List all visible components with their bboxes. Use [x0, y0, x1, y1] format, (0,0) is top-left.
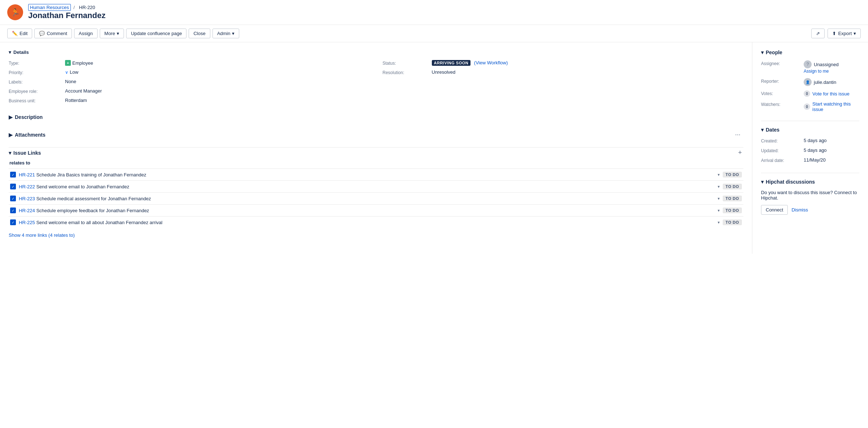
details-chevron-icon: ▾: [9, 50, 11, 55]
issue-link-row: ✓ HR-223 Schedule medical assessment for…: [9, 192, 743, 204]
issue-status-hr222: TO DO: [723, 184, 742, 189]
type-value: + Employee: [65, 60, 377, 66]
attachments-header[interactable]: ▶ Attachments: [9, 130, 46, 140]
show-more-link[interactable]: Show 4 more links (4 relates to): [9, 232, 75, 238]
issue-link-row: ✓ HR-225 Send welcome email to all about…: [9, 216, 743, 228]
issue-links-header: ▾ Issue Links +: [9, 149, 743, 157]
updated-value: 5 days ago: [804, 147, 859, 153]
comment-button[interactable]: 💬 Comment: [34, 29, 72, 38]
toolbar-right: ⇗ ⬆ Export ▾: [811, 29, 861, 38]
breadcrumb: Human Resources / HR-220: [28, 5, 106, 10]
comment-icon: 💬: [39, 31, 45, 36]
hipchat-connect-button[interactable]: Connect: [761, 205, 788, 215]
relates-to-label: relates to: [9, 160, 743, 166]
issue-link-hr221[interactable]: HR-221: [19, 172, 35, 177]
details-section: ▾ Details Type: + Employee Status: ARRIV…: [9, 50, 743, 103]
issue-link-hr224[interactable]: HR-224: [19, 208, 35, 213]
priority-label: Priority:: [9, 69, 59, 75]
close-button[interactable]: Close: [189, 29, 210, 38]
details-grid: Type: + Employee Status: ARRIVING SOON (…: [9, 60, 743, 103]
reporter-avatar: 👤: [804, 78, 812, 86]
issue-dropdown-chevron-hr224[interactable]: ▾: [718, 208, 720, 213]
main-layout: ▾ Details Type: + Employee Status: ARRIV…: [0, 42, 868, 254]
more-button[interactable]: More ▾: [100, 29, 124, 38]
toolbar: ✏️ Edit 💬 Comment Assign More ▾ Update c…: [0, 25, 868, 42]
issue-link-row: ✓ HR-221 Schedule Jira Basics training o…: [9, 168, 743, 180]
assignee-value: ? Unassigned Assign to me: [804, 60, 859, 74]
description-section: ▶ Description: [9, 112, 743, 122]
status-badge: ARRIVING SOON: [432, 60, 471, 66]
details-title: Details: [13, 50, 29, 55]
assign-to-me-link[interactable]: Assign to me: [804, 69, 829, 74]
issue-dropdown-chevron-hr222[interactable]: ▾: [718, 184, 720, 189]
issue-links-title[interactable]: ▾ Issue Links: [9, 150, 41, 156]
assignee-label: Assignee:: [761, 60, 801, 66]
hipchat-section-header[interactable]: ▾ Hipchat discussions: [761, 179, 859, 185]
attachments-row: ▶ Attachments ···: [9, 129, 743, 140]
assign-button[interactable]: Assign: [74, 29, 98, 38]
export-chevron-icon: ▾: [854, 31, 856, 36]
export-icon: ⬆: [832, 31, 836, 36]
admin-chevron-icon: ▾: [232, 31, 235, 36]
issue-checkbox-hr221: ✓: [10, 172, 16, 177]
export-button[interactable]: ⬆ Export ▾: [828, 29, 861, 38]
issue-checkbox-hr224: ✓: [10, 207, 16, 213]
hipchat-dismiss-button[interactable]: Dismiss: [791, 205, 808, 215]
edit-button[interactable]: ✏️ Edit: [7, 29, 32, 38]
people-section-header[interactable]: ▾ People: [761, 50, 859, 55]
labels-label: Labels:: [9, 79, 59, 85]
issue-link-row: ✓ HR-224 Schedule employee feedback for …: [9, 204, 743, 216]
issue-status-hr221: TO DO: [723, 172, 742, 177]
reporter-value: 👤 julie.dantin: [804, 78, 859, 86]
resolution-value: Unresolved: [432, 69, 744, 75]
breadcrumb-separator: /: [73, 5, 75, 10]
issue-id: HR-220: [79, 5, 95, 10]
view-workflow-link[interactable]: (View Workflow): [474, 60, 508, 65]
dates-section: ▾ Dates Created: 5 days ago Updated: 5 d…: [761, 127, 859, 164]
add-link-button[interactable]: +: [736, 149, 743, 157]
attachments-more-icon[interactable]: ···: [732, 129, 743, 140]
dates-title: Dates: [766, 127, 779, 133]
update-confluence-button[interactable]: Update confluence page: [126, 29, 186, 38]
issue-checkbox-hr222: ✓: [10, 184, 16, 189]
resolution-label: Resolution:: [383, 69, 426, 75]
issue-link-right-hr222: ▾ TO DO: [718, 184, 742, 189]
details-section-header[interactable]: ▾ Details: [9, 50, 743, 55]
logo-icon: 🏃: [11, 8, 20, 17]
issue-link-text-hr224: HR-224 Schedule employee feedback for Jo…: [19, 208, 715, 213]
issue-title: Jonathan Fernandez: [28, 11, 106, 20]
hipchat-chevron-icon: ▾: [761, 179, 764, 185]
issue-dropdown-chevron-hr225[interactable]: ▾: [718, 220, 720, 225]
issue-link-text-hr221: HR-221 Schedule Jira Basics training of …: [19, 172, 715, 177]
issue-dropdown-chevron-hr223[interactable]: ▾: [718, 196, 720, 201]
issue-link-text-hr222: HR-222 Send welcome email to Jonathan Fe…: [19, 184, 715, 189]
attachments-title: Attachments: [15, 132, 46, 138]
issue-link-hr223[interactable]: HR-223: [19, 196, 35, 201]
business-unit-value: Rotterdam: [65, 98, 377, 103]
votes-label: Votes:: [761, 90, 801, 96]
vote-link[interactable]: Vote for this issue: [812, 91, 850, 97]
breadcrumb-link[interactable]: Human Resources: [28, 4, 71, 11]
dates-section-header[interactable]: ▾ Dates: [761, 127, 859, 133]
created-label: Created:: [761, 138, 801, 144]
description-header[interactable]: ▶ Description: [9, 112, 743, 122]
attachments-section: ▶ Attachments ···: [9, 129, 743, 140]
people-title: People: [766, 50, 782, 55]
created-value: 5 days ago: [804, 138, 859, 143]
reporter-label: Reporter:: [761, 78, 801, 84]
issue-link-hr222[interactable]: HR-222: [19, 184, 35, 189]
share-button[interactable]: ⇗: [811, 29, 825, 38]
issue-link-hr225[interactable]: HR-225: [19, 220, 35, 225]
status-value: ARRIVING SOON (View Workflow): [432, 60, 744, 66]
share-icon: ⇗: [816, 31, 820, 36]
issue-checkbox-hr223: ✓: [10, 196, 16, 201]
issue-dropdown-chevron-hr221[interactable]: ▾: [718, 172, 720, 177]
issue-link-text-hr225: HR-225 Send welcome email to all about J…: [19, 220, 715, 225]
more-chevron-icon: ▾: [117, 31, 119, 36]
employee-icon: +: [65, 60, 71, 66]
employee-role-value: Account Manager: [65, 88, 377, 94]
people-chevron-icon: ▾: [761, 50, 764, 55]
admin-button[interactable]: Admin ▾: [212, 29, 240, 38]
watch-link[interactable]: Start watching this issue: [812, 101, 859, 112]
issue-link-row: ✓ HR-222 Send welcome email to Jonathan …: [9, 180, 743, 192]
